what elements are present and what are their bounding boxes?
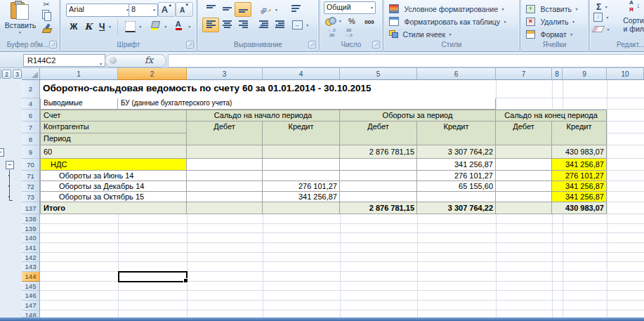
value-cell[interactable] — [263, 145, 340, 159]
row-header-148[interactable]: 148 — [22, 310, 40, 317]
params-value-cell[interactable]: БУ (данные бухгалтерского учета) — [118, 98, 496, 110]
value-cell[interactable] — [496, 181, 552, 192]
percent-style-button[interactable]: % — [344, 13, 360, 27]
increase-decimal-button[interactable]: ←,0,00 — [323, 26, 340, 39]
font-name-combo[interactable]: Arial ▼ — [66, 4, 131, 17]
column-header-10[interactable]: 10 — [607, 68, 644, 80]
row-header-140[interactable]: 140 — [22, 233, 40, 243]
value-cell[interactable] — [263, 202, 340, 214]
format-as-table-button[interactable]: Форматировать как таблицу ▼ — [387, 14, 516, 27]
comma-style-button[interactable]: 000 — [360, 13, 379, 27]
value-cell[interactable]: 276 101,27 — [552, 171, 607, 181]
column-header-5[interactable]: 5 — [340, 68, 417, 80]
clipboard-dialog-launcher[interactable]: ◿ — [49, 41, 57, 48]
paste-dropdown-arrow[interactable]: ▼ — [18, 30, 22, 34]
row-header-144[interactable]: 144 — [22, 272, 40, 282]
paste-button[interactable]: Вставить ▼ — [2, 0, 39, 39]
header-contragents-cell[interactable]: Контрагенты — [40, 122, 187, 133]
header-saldo-start-cell[interactable]: Сальдо на начало периода — [187, 110, 340, 122]
italic-button[interactable]: К — [81, 19, 96, 34]
accounting-format-button[interactable]: ▼ — [323, 13, 344, 27]
decrease-indent-button[interactable]: ◄ — [255, 18, 272, 32]
increase-indent-button[interactable]: ► — [271, 18, 288, 32]
cell-styles-button[interactable]: Стили ячеек ▼ — [387, 27, 516, 39]
row-header-138[interactable]: 138 — [22, 214, 40, 224]
fill-button[interactable]: ↓ ▼ — [593, 10, 615, 22]
align-top-button[interactable] — [202, 2, 219, 17]
value-cell[interactable] — [187, 145, 263, 159]
merge-center-button[interactable]: ↔ ▼ — [289, 18, 312, 32]
insert-function-capsule[interactable]: fx — [105, 54, 166, 67]
align-middle-button[interactable] — [218, 2, 235, 17]
column-header-4[interactable]: 4 — [263, 68, 340, 80]
column-header-8[interactable]: 8 — [552, 68, 563, 80]
column-header-1[interactable]: 1 — [40, 68, 118, 80]
value-cell[interactable] — [187, 181, 263, 192]
fill-handle[interactable] — [183, 278, 188, 283]
report-title[interactable]: Оборотно-сальдовая ведомость по счету 60… — [40, 80, 496, 98]
delete-cells-button[interactable]: × Удалить ▼ — [524, 14, 586, 27]
fill-color-button[interactable]: ▼ — [147, 19, 171, 34]
name-box[interactable]: R144C2 ▼ — [23, 54, 105, 67]
outline-level-2-button[interactable]: 2 — [2, 70, 11, 79]
value-cell[interactable] — [187, 171, 263, 181]
value-cell[interactable]: 276 101,27 — [263, 181, 340, 192]
value-cell[interactable]: 430 983,07 — [552, 145, 607, 159]
row-header-146[interactable]: 146 — [22, 291, 40, 301]
header-turnover-cell[interactable]: Обороты за период — [340, 110, 496, 122]
alignment-dialog-launcher[interactable]: ◿ — [308, 41, 316, 48]
value-cell[interactable] — [417, 192, 496, 202]
value-cell[interactable] — [263, 159, 340, 171]
value-cell[interactable] — [496, 171, 552, 181]
align-bottom-button[interactable] — [235, 2, 251, 17]
fx-icon[interactable]: fx — [145, 55, 153, 65]
value-cell[interactable]: 3 307 764,22 — [417, 145, 496, 159]
account-cell[interactable]: Обороты за Июнь 14 — [40, 171, 187, 181]
value-cell[interactable] — [496, 202, 552, 214]
column-header-2[interactable]: 2 — [118, 68, 187, 80]
value-cell[interactable] — [496, 145, 552, 159]
header-account-cell[interactable]: Счет — [40, 110, 187, 122]
column-header-6[interactable]: 6 — [417, 68, 496, 80]
value-cell[interactable] — [496, 159, 552, 171]
value-cell[interactable] — [340, 171, 417, 181]
params-label-cell[interactable]: Выводимые — [40, 98, 118, 110]
header-debit-start[interactable]: Дебет — [187, 122, 263, 145]
header-period-cell[interactable]: Период — [40, 133, 187, 145]
number-dialog-launcher[interactable]: ◿ — [372, 41, 380, 48]
column-header-7[interactable]: 7 — [496, 68, 552, 80]
value-cell[interactable] — [187, 159, 263, 171]
header-debit-end[interactable]: Дебет — [496, 122, 552, 145]
copy-button[interactable] — [39, 7, 54, 21]
row-header-143[interactable]: 143 — [22, 262, 40, 272]
value-cell[interactable] — [340, 181, 417, 192]
font-color-button[interactable]: А ▼ — [171, 19, 195, 34]
formula-input[interactable] — [168, 54, 644, 67]
header-saldo-end-cell[interactable]: Сальдо на конец периода — [496, 110, 607, 122]
value-cell[interactable] — [187, 202, 263, 214]
header-credit-end[interactable]: Кредит — [552, 122, 607, 145]
borders-button[interactable]: ▼ — [121, 19, 145, 34]
column-header-3[interactable]: 3 — [187, 68, 263, 80]
select-all-corner[interactable] — [22, 68, 40, 80]
bold-button[interactable]: Ж — [66, 19, 81, 34]
column-header-9[interactable]: 9 — [563, 68, 607, 80]
header-credit-start[interactable]: Кредит — [263, 122, 340, 145]
value-cell[interactable]: 341 256,87 — [417, 159, 496, 171]
decrease-decimal-button[interactable]: ,00→,0 — [340, 26, 357, 39]
account-cell[interactable]: 60 — [40, 145, 187, 159]
row-header-141[interactable]: 141 — [22, 243, 40, 253]
outline-level-3-button[interactable]: 3 — [13, 70, 22, 79]
account-cell[interactable]: Обороты за Декабрь 14 — [40, 181, 187, 192]
orientation-button[interactable]: ab↗ ▼ — [258, 2, 280, 17]
shrink-font-button[interactable]: А▼ — [176, 2, 193, 17]
row-header-139[interactable]: 139 — [22, 224, 40, 233]
value-cell[interactable]: 341 256,87 — [263, 192, 340, 202]
value-cell[interactable]: 341 256,87 — [552, 159, 607, 171]
number-format-combo[interactable]: Общий ▼ — [324, 1, 376, 14]
align-center-button[interactable] — [218, 18, 235, 32]
header-credit-turn[interactable]: Кредит — [417, 122, 496, 145]
sort-filter-button[interactable]: А Я ↓ Сортир и филь — [617, 0, 644, 38]
value-cell[interactable]: 3 307 764,22 — [417, 202, 496, 214]
value-cell[interactable] — [187, 192, 263, 202]
